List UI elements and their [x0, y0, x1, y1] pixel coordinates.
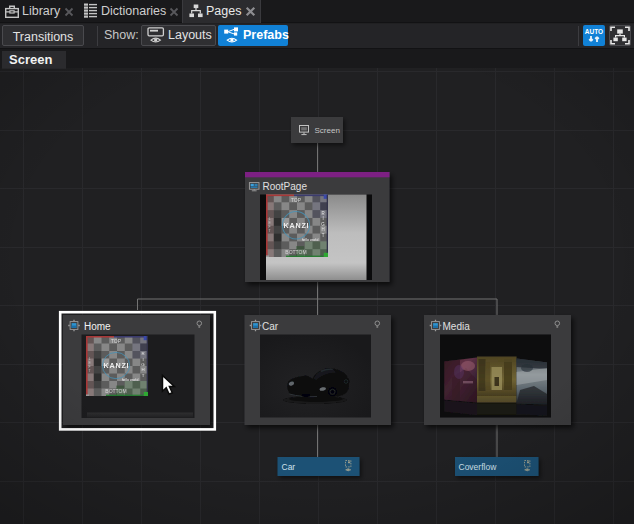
svg-text:RootPage: RootPage	[263, 181, 308, 192]
svg-text:AUTO: AUTO	[585, 28, 603, 35]
svg-text:Screen: Screen	[315, 126, 340, 135]
svg-text:Car: Car	[262, 321, 279, 332]
svg-text:Coverflow: Coverflow	[459, 462, 498, 472]
svg-text:Media: Media	[443, 321, 471, 332]
svg-text:Car: Car	[282, 462, 296, 472]
svg-text:Home: Home	[84, 321, 111, 332]
